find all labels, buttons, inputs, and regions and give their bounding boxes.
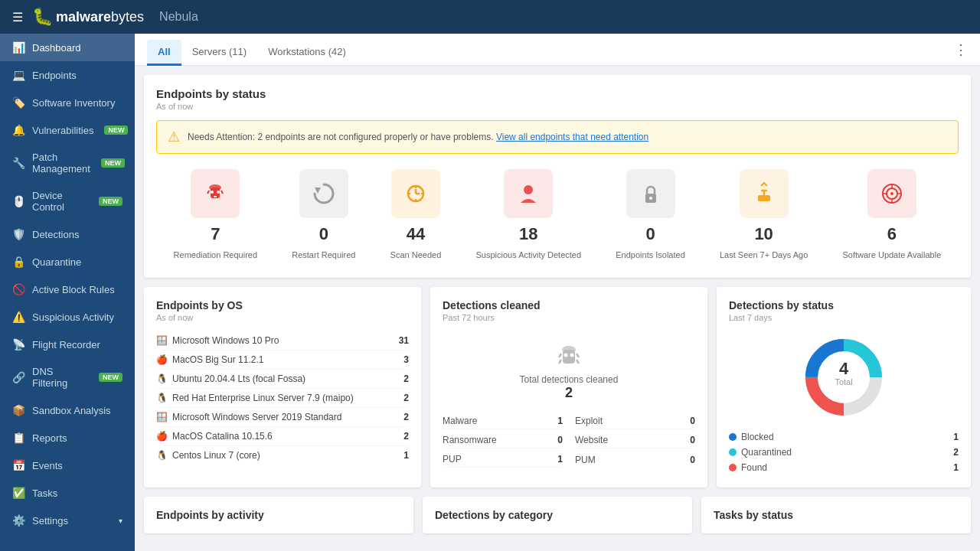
os-count-2: 2 bbox=[403, 373, 409, 384]
app-header: ☰ 🐛 malwarebytes Nebula bbox=[0, 0, 980, 34]
sidebar-item-suspicious-activity[interactable]: ⚠️ Suspicious Activity bbox=[0, 303, 135, 331]
scan-count: 44 bbox=[407, 224, 425, 244]
os-label-6: 🐧Centos Linux 7 (core) bbox=[156, 450, 260, 461]
more-options-icon[interactable]: ⋮ bbox=[954, 41, 968, 64]
device-control-icon: 🖱️ bbox=[12, 195, 24, 207]
sidebar-label-software-inventory: Software Inventory bbox=[32, 97, 115, 109]
os-count-0: 31 bbox=[399, 335, 409, 346]
os-row-6: 🐧Centos Linux 7 (core) 1 bbox=[156, 446, 409, 465]
sidebar-label-active-block-rules: Active Block Rules bbox=[32, 284, 115, 295]
donut-svg: 4 Total bbox=[798, 331, 890, 423]
scan-label: Scan Needed bbox=[390, 250, 442, 259]
endpoints-by-status-section: Endpoints by status As of now ⚠ Needs At… bbox=[144, 75, 971, 278]
suspicious-count: 18 bbox=[519, 224, 537, 244]
status-cards: 7 Remediation Required 0 Restart Require… bbox=[156, 163, 959, 266]
sidebar-item-events[interactable]: 📅 Events bbox=[0, 452, 135, 479]
sidebar-label-device-control: Device Control bbox=[32, 190, 88, 213]
status-card-remediation[interactable]: 7 Remediation Required bbox=[162, 163, 270, 266]
endpoints-os-title: Endpoints by OS bbox=[156, 299, 409, 311]
detections-cleaned-subtitle: Past 72 hours bbox=[443, 313, 695, 322]
detection-total-count: 2 bbox=[565, 385, 573, 401]
sidebar-item-sandbox-analysis[interactable]: 📦 Sandbox Analysis bbox=[0, 396, 135, 424]
status-card-software-update[interactable]: 6 Software Update Available bbox=[830, 163, 953, 266]
sidebar-label-endpoints: Endpoints bbox=[32, 70, 77, 81]
alert-text: Needs Attention: 2 endpoints are not con… bbox=[188, 132, 648, 142]
sidebar-item-settings[interactable]: ⚙️ Settings ▾ bbox=[0, 507, 135, 534]
os-label-3: 🐧Red Hat Enterprise Linux Server 7.9 (ma… bbox=[156, 393, 354, 403]
restart-icon-wrap bbox=[299, 169, 348, 218]
suspicious-activity-icon bbox=[514, 180, 542, 207]
tab-workstations[interactable]: Workstations (42) bbox=[257, 40, 357, 66]
svg-line-5 bbox=[207, 191, 209, 194]
vulnerabilities-badge: NEW bbox=[104, 126, 128, 135]
remediation-required-icon bbox=[201, 180, 229, 207]
restart-required-icon bbox=[310, 180, 338, 207]
svg-rect-29 bbox=[563, 350, 575, 364]
vulnerabilities-icon: 🔔 bbox=[12, 124, 24, 136]
detections-status-title: Detections by status bbox=[729, 299, 959, 311]
status-card-restart[interactable]: 0 Restart Required bbox=[279, 163, 368, 266]
os-row-5: 🍎MacOS Catalina 10.15.6 2 bbox=[156, 427, 409, 446]
sidebar-item-software-inventory[interactable]: 🏷️ Software Inventory bbox=[0, 89, 135, 116]
detection-center: Total detections cleaned 2 bbox=[443, 331, 695, 407]
hamburger-icon[interactable]: ☰ bbox=[12, 10, 23, 24]
dns-filtering-badge: NEW bbox=[99, 373, 122, 382]
sidebar-item-tasks[interactable]: ✅ Tasks bbox=[0, 479, 135, 507]
sidebar-label-dashboard: Dashboard bbox=[32, 42, 81, 54]
legend-found: Found 1 bbox=[729, 460, 959, 475]
os-row-3: 🐧Red Hat Enterprise Linux Server 7.9 (ma… bbox=[156, 389, 409, 408]
logo-text: malwarebytes bbox=[56, 9, 144, 25]
det-website: Website 0 bbox=[575, 432, 695, 448]
os-count-4: 2 bbox=[403, 412, 409, 422]
svg-rect-18 bbox=[758, 195, 770, 201]
tab-all[interactable]: All bbox=[147, 40, 181, 66]
tasks-status-title: Tasks by status bbox=[714, 509, 959, 521]
sidebar-item-flight-recorder[interactable]: 📡 Flight Recorder bbox=[0, 331, 135, 358]
suspicious-label: Suspicious Activity Detected bbox=[475, 250, 581, 259]
detections-by-category-panel: Detections by category bbox=[423, 497, 692, 533]
sidebar-item-active-block-rules[interactable]: 🚫 Active Block Rules bbox=[0, 276, 135, 303]
quarantine-icon: 🔒 bbox=[12, 256, 24, 268]
sidebar-item-quarantine[interactable]: 🔒 Quarantine bbox=[0, 248, 135, 276]
sidebar-item-dns-filtering[interactable]: 🔗 DNS Filtering NEW bbox=[0, 358, 135, 396]
sidebar-item-dashboard[interactable]: 📊 Dashboard bbox=[0, 34, 135, 61]
app-name: Nebula bbox=[159, 10, 198, 24]
tab-servers[interactable]: Servers (11) bbox=[181, 40, 258, 66]
sidebar-label-sandbox-analysis: Sandbox Analysis bbox=[32, 405, 111, 416]
alert-link[interactable]: View all endpoints that need attention bbox=[496, 132, 648, 142]
status-card-suspicious[interactable]: 18 Suspicious Activity Detected bbox=[463, 163, 593, 266]
svg-line-35 bbox=[577, 360, 579, 364]
endpoints-os-subtitle: As of now bbox=[156, 313, 409, 322]
sidebar-item-endpoints[interactable]: 💻 Endpoints bbox=[0, 61, 135, 89]
sidebar-item-reports[interactable]: 📋 Reports bbox=[0, 424, 135, 452]
software-update-label: Software Update Available bbox=[842, 250, 941, 259]
isolated-icon-wrap bbox=[626, 169, 675, 218]
svg-marker-7 bbox=[315, 187, 321, 194]
restart-count: 0 bbox=[319, 224, 328, 244]
os-count-5: 2 bbox=[403, 431, 409, 442]
status-card-isolated[interactable]: 0 Endpoints Isolated bbox=[603, 163, 697, 266]
os-row-4: 🪟Microsoft Windows Server 2019 Standard … bbox=[156, 408, 409, 427]
sidebar-label-quarantine: Quarantine bbox=[32, 256, 81, 268]
sidebar-label-events: Events bbox=[32, 460, 63, 471]
settings-chevron-icon: ▾ bbox=[119, 517, 122, 525]
tasks-icon: ✅ bbox=[12, 487, 24, 499]
device-control-badge: NEW bbox=[99, 197, 122, 206]
sidebar-item-detections[interactable]: 🛡️ Detections bbox=[0, 220, 135, 248]
last-seen-label: Last Seen 7+ Days Ago bbox=[720, 250, 808, 259]
svg-line-6 bbox=[221, 191, 223, 194]
sidebar-item-device-control[interactable]: 🖱️ Device Control NEW bbox=[0, 182, 135, 220]
status-card-scan[interactable]: 44 Scan Needed bbox=[378, 163, 454, 266]
active-block-rules-icon: 🚫 bbox=[12, 283, 24, 295]
svg-line-32 bbox=[559, 354, 561, 357]
svg-point-23 bbox=[890, 192, 893, 195]
remediation-label: Remediation Required bbox=[174, 250, 257, 259]
sidebar-item-patch-management[interactable]: 🔧 Patch Management NEW bbox=[0, 144, 135, 182]
software-inventory-icon: 🏷️ bbox=[12, 96, 24, 109]
sidebar-item-vulnerabilities[interactable]: 🔔 Vulnerabilities NEW bbox=[0, 116, 135, 144]
restart-label: Restart Required bbox=[292, 250, 355, 259]
sidebar-label-flight-recorder: Flight Recorder bbox=[32, 339, 100, 350]
status-card-last-seen[interactable]: 10 Last Seen 7+ Days Ago bbox=[707, 163, 820, 266]
flight-recorder-icon: 📡 bbox=[12, 338, 24, 350]
det-ransomware: Ransomware 0 bbox=[443, 432, 563, 448]
